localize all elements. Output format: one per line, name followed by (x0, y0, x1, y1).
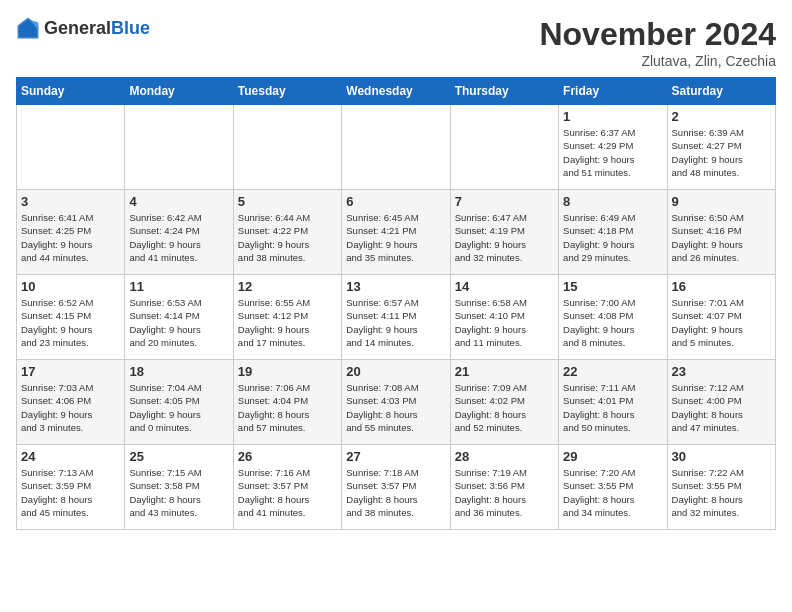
day-info: Sunrise: 6:58 AM Sunset: 4:10 PM Dayligh… (455, 296, 554, 349)
day-info: Sunrise: 6:45 AM Sunset: 4:21 PM Dayligh… (346, 211, 445, 264)
day-info: Sunrise: 7:00 AM Sunset: 4:08 PM Dayligh… (563, 296, 662, 349)
calendar-cell: 20Sunrise: 7:08 AM Sunset: 4:03 PM Dayli… (342, 360, 450, 445)
calendar-cell: 3Sunrise: 6:41 AM Sunset: 4:25 PM Daylig… (17, 190, 125, 275)
calendar-cell: 1Sunrise: 6:37 AM Sunset: 4:29 PM Daylig… (559, 105, 667, 190)
day-info: Sunrise: 7:09 AM Sunset: 4:02 PM Dayligh… (455, 381, 554, 434)
day-number: 16 (672, 279, 771, 294)
calendar-cell: 21Sunrise: 7:09 AM Sunset: 4:02 PM Dayli… (450, 360, 558, 445)
calendar-cell: 28Sunrise: 7:19 AM Sunset: 3:56 PM Dayli… (450, 445, 558, 530)
day-info: Sunrise: 7:19 AM Sunset: 3:56 PM Dayligh… (455, 466, 554, 519)
calendar-cell: 5Sunrise: 6:44 AM Sunset: 4:22 PM Daylig… (233, 190, 341, 275)
day-info: Sunrise: 6:44 AM Sunset: 4:22 PM Dayligh… (238, 211, 337, 264)
title-area: November 2024 Zlutava, Zlin, Czechia (539, 16, 776, 69)
day-info: Sunrise: 7:06 AM Sunset: 4:04 PM Dayligh… (238, 381, 337, 434)
calendar-cell: 6Sunrise: 6:45 AM Sunset: 4:21 PM Daylig… (342, 190, 450, 275)
day-number: 18 (129, 364, 228, 379)
day-number: 22 (563, 364, 662, 379)
calendar-cell (125, 105, 233, 190)
day-number: 9 (672, 194, 771, 209)
day-number: 1 (563, 109, 662, 124)
week-row-5: 24Sunrise: 7:13 AM Sunset: 3:59 PM Dayli… (17, 445, 776, 530)
day-info: Sunrise: 6:50 AM Sunset: 4:16 PM Dayligh… (672, 211, 771, 264)
day-number: 2 (672, 109, 771, 124)
calendar-cell: 18Sunrise: 7:04 AM Sunset: 4:05 PM Dayli… (125, 360, 233, 445)
calendar-cell: 26Sunrise: 7:16 AM Sunset: 3:57 PM Dayli… (233, 445, 341, 530)
week-row-3: 10Sunrise: 6:52 AM Sunset: 4:15 PM Dayli… (17, 275, 776, 360)
day-number: 30 (672, 449, 771, 464)
day-info: Sunrise: 7:15 AM Sunset: 3:58 PM Dayligh… (129, 466, 228, 519)
day-info: Sunrise: 6:52 AM Sunset: 4:15 PM Dayligh… (21, 296, 120, 349)
day-info: Sunrise: 6:42 AM Sunset: 4:24 PM Dayligh… (129, 211, 228, 264)
day-info: Sunrise: 7:13 AM Sunset: 3:59 PM Dayligh… (21, 466, 120, 519)
calendar-cell (342, 105, 450, 190)
calendar-cell: 16Sunrise: 7:01 AM Sunset: 4:07 PM Dayli… (667, 275, 775, 360)
day-number: 28 (455, 449, 554, 464)
day-info: Sunrise: 6:39 AM Sunset: 4:27 PM Dayligh… (672, 126, 771, 179)
calendar-cell: 13Sunrise: 6:57 AM Sunset: 4:11 PM Dayli… (342, 275, 450, 360)
day-number: 15 (563, 279, 662, 294)
calendar-cell: 19Sunrise: 7:06 AM Sunset: 4:04 PM Dayli… (233, 360, 341, 445)
calendar-cell: 29Sunrise: 7:20 AM Sunset: 3:55 PM Dayli… (559, 445, 667, 530)
day-info: Sunrise: 7:01 AM Sunset: 4:07 PM Dayligh… (672, 296, 771, 349)
calendar-cell: 24Sunrise: 7:13 AM Sunset: 3:59 PM Dayli… (17, 445, 125, 530)
calendar-cell (17, 105, 125, 190)
day-number: 27 (346, 449, 445, 464)
day-info: Sunrise: 6:49 AM Sunset: 4:18 PM Dayligh… (563, 211, 662, 264)
subtitle: Zlutava, Zlin, Czechia (539, 53, 776, 69)
header-day-tuesday: Tuesday (233, 78, 341, 105)
day-number: 17 (21, 364, 120, 379)
day-info: Sunrise: 7:20 AM Sunset: 3:55 PM Dayligh… (563, 466, 662, 519)
calendar-cell: 12Sunrise: 6:55 AM Sunset: 4:12 PM Dayli… (233, 275, 341, 360)
day-info: Sunrise: 7:16 AM Sunset: 3:57 PM Dayligh… (238, 466, 337, 519)
day-info: Sunrise: 6:55 AM Sunset: 4:12 PM Dayligh… (238, 296, 337, 349)
day-number: 13 (346, 279, 445, 294)
header-day-sunday: Sunday (17, 78, 125, 105)
logo-text: GeneralBlue (44, 18, 150, 39)
day-info: Sunrise: 7:03 AM Sunset: 4:06 PM Dayligh… (21, 381, 120, 434)
week-row-4: 17Sunrise: 7:03 AM Sunset: 4:06 PM Dayli… (17, 360, 776, 445)
day-info: Sunrise: 7:11 AM Sunset: 4:01 PM Dayligh… (563, 381, 662, 434)
day-number: 5 (238, 194, 337, 209)
logo: GeneralBlue (16, 16, 150, 40)
day-number: 19 (238, 364, 337, 379)
calendar-cell: 9Sunrise: 6:50 AM Sunset: 4:16 PM Daylig… (667, 190, 775, 275)
day-number: 14 (455, 279, 554, 294)
day-number: 23 (672, 364, 771, 379)
header-day-friday: Friday (559, 78, 667, 105)
header: GeneralBlue November 2024 Zlutava, Zlin,… (16, 16, 776, 69)
calendar-cell: 14Sunrise: 6:58 AM Sunset: 4:10 PM Dayli… (450, 275, 558, 360)
day-number: 21 (455, 364, 554, 379)
calendar-table: SundayMondayTuesdayWednesdayThursdayFrid… (16, 77, 776, 530)
day-info: Sunrise: 6:53 AM Sunset: 4:14 PM Dayligh… (129, 296, 228, 349)
calendar-cell: 27Sunrise: 7:18 AM Sunset: 3:57 PM Dayli… (342, 445, 450, 530)
calendar-cell: 4Sunrise: 6:42 AM Sunset: 4:24 PM Daylig… (125, 190, 233, 275)
day-info: Sunrise: 6:47 AM Sunset: 4:19 PM Dayligh… (455, 211, 554, 264)
header-row: SundayMondayTuesdayWednesdayThursdayFrid… (17, 78, 776, 105)
calendar-cell: 25Sunrise: 7:15 AM Sunset: 3:58 PM Dayli… (125, 445, 233, 530)
logo-icon (16, 16, 40, 40)
header-day-wednesday: Wednesday (342, 78, 450, 105)
day-info: Sunrise: 6:37 AM Sunset: 4:29 PM Dayligh… (563, 126, 662, 179)
day-number: 25 (129, 449, 228, 464)
day-number: 20 (346, 364, 445, 379)
month-title: November 2024 (539, 16, 776, 53)
day-info: Sunrise: 7:12 AM Sunset: 4:00 PM Dayligh… (672, 381, 771, 434)
day-number: 6 (346, 194, 445, 209)
day-number: 24 (21, 449, 120, 464)
week-row-1: 1Sunrise: 6:37 AM Sunset: 4:29 PM Daylig… (17, 105, 776, 190)
day-number: 10 (21, 279, 120, 294)
header-day-monday: Monday (125, 78, 233, 105)
day-number: 11 (129, 279, 228, 294)
calendar-cell: 2Sunrise: 6:39 AM Sunset: 4:27 PM Daylig… (667, 105, 775, 190)
week-row-2: 3Sunrise: 6:41 AM Sunset: 4:25 PM Daylig… (17, 190, 776, 275)
header-day-saturday: Saturday (667, 78, 775, 105)
calendar-cell: 23Sunrise: 7:12 AM Sunset: 4:00 PM Dayli… (667, 360, 775, 445)
day-number: 29 (563, 449, 662, 464)
day-info: Sunrise: 7:22 AM Sunset: 3:55 PM Dayligh… (672, 466, 771, 519)
calendar-cell: 10Sunrise: 6:52 AM Sunset: 4:15 PM Dayli… (17, 275, 125, 360)
calendar-cell: 22Sunrise: 7:11 AM Sunset: 4:01 PM Dayli… (559, 360, 667, 445)
calendar-cell: 17Sunrise: 7:03 AM Sunset: 4:06 PM Dayli… (17, 360, 125, 445)
day-info: Sunrise: 7:04 AM Sunset: 4:05 PM Dayligh… (129, 381, 228, 434)
calendar-cell: 11Sunrise: 6:53 AM Sunset: 4:14 PM Dayli… (125, 275, 233, 360)
day-info: Sunrise: 7:08 AM Sunset: 4:03 PM Dayligh… (346, 381, 445, 434)
